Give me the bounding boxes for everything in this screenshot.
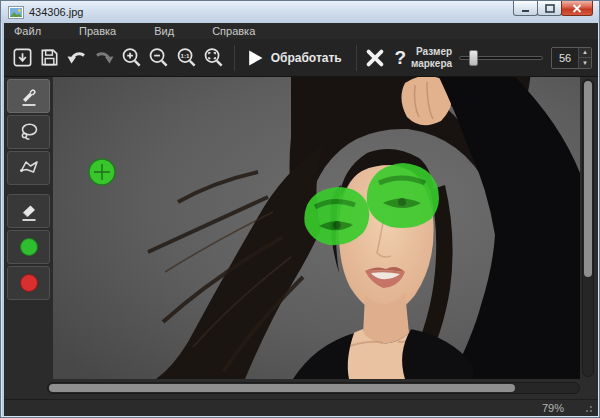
portrait-photo bbox=[53, 77, 580, 379]
marker-tool-button[interactable] bbox=[7, 79, 50, 113]
toolbar: 1:1 Обработать ? Размер bbox=[4, 39, 598, 77]
open-file-icon bbox=[11, 46, 34, 69]
zoom-out-icon bbox=[147, 46, 170, 69]
polygon-lasso-tool-button[interactable] bbox=[7, 151, 50, 185]
zoom-fit-icon bbox=[202, 46, 225, 69]
marker-size-input[interactable] bbox=[552, 48, 578, 68]
menu-help[interactable]: Справка bbox=[202, 25, 265, 37]
tool-sidebar bbox=[4, 77, 53, 399]
window-title: 434306.jpg bbox=[29, 6, 83, 18]
lasso-tool-button[interactable] bbox=[7, 115, 50, 149]
horizontal-scrollbar-thumb[interactable] bbox=[49, 384, 515, 392]
status-bar: 79% bbox=[4, 399, 598, 416]
marker-size-slider[interactable] bbox=[459, 50, 543, 66]
red-circle-icon bbox=[17, 271, 41, 295]
undo-icon bbox=[65, 46, 89, 70]
open-file-button[interactable] bbox=[10, 43, 35, 73]
zoom-actual-size-button[interactable]: 1:1 bbox=[173, 43, 198, 73]
toolbar-separator bbox=[356, 45, 357, 71]
redo-button[interactable] bbox=[92, 43, 117, 73]
zoom-in-icon bbox=[120, 46, 143, 69]
horizontal-scrollbar[interactable] bbox=[47, 382, 580, 394]
close-button[interactable] bbox=[561, 1, 593, 16]
spin-up-button[interactable]: ▲ bbox=[579, 48, 591, 59]
eraser-tool-button[interactable] bbox=[7, 194, 50, 228]
menu-edit[interactable]: Правка bbox=[69, 25, 126, 37]
menu-view[interactable]: Вид bbox=[144, 25, 184, 37]
green-color-button[interactable] bbox=[7, 230, 50, 264]
minimize-icon bbox=[521, 4, 531, 13]
zoom-in-button[interactable] bbox=[119, 43, 144, 73]
spin-down-button[interactable]: ▼ bbox=[579, 58, 591, 68]
title-bar: 434306.jpg bbox=[1, 1, 599, 23]
red-color-button[interactable] bbox=[7, 266, 50, 300]
green-annotation-dot bbox=[89, 159, 115, 185]
app-window: 434306.jpg Файл Правка Вид Справка bbox=[0, 0, 600, 418]
caption-buttons bbox=[514, 1, 593, 16]
slider-handle[interactable] bbox=[469, 50, 478, 66]
marker-size-spinbox: ▲ ▼ bbox=[551, 47, 592, 69]
save-button[interactable] bbox=[37, 43, 62, 73]
maximize-button[interactable] bbox=[537, 1, 562, 16]
minimize-button[interactable] bbox=[513, 1, 538, 16]
marker-size-label: Размер маркера bbox=[411, 46, 452, 69]
redo-icon bbox=[92, 46, 116, 70]
zoom-fit-button[interactable] bbox=[201, 43, 226, 73]
eraser-icon bbox=[17, 199, 41, 223]
marker-pen-icon bbox=[17, 84, 41, 108]
content-area bbox=[4, 77, 598, 399]
toolbar-separator bbox=[234, 45, 235, 71]
cancel-button[interactable] bbox=[363, 43, 388, 73]
process-button[interactable]: Обработать bbox=[241, 48, 350, 68]
resize-grip-icon[interactable] bbox=[583, 403, 593, 413]
save-icon bbox=[38, 46, 61, 69]
zoom-1-1-icon: 1:1 bbox=[175, 46, 198, 69]
green-annotation-right-eye bbox=[367, 163, 439, 228]
lasso-icon bbox=[17, 120, 41, 144]
green-circle-icon bbox=[17, 235, 41, 259]
close-icon bbox=[572, 4, 582, 13]
vertical-scrollbar[interactable] bbox=[582, 79, 594, 377]
maximize-icon bbox=[545, 4, 555, 13]
polygon-lasso-icon bbox=[17, 156, 41, 180]
zoom-out-button[interactable] bbox=[146, 43, 171, 73]
play-icon bbox=[245, 48, 265, 68]
image-canvas[interactable] bbox=[53, 77, 580, 379]
image-file-icon bbox=[8, 6, 24, 19]
marker-size-group: Размер маркера ▲ ▼ bbox=[411, 46, 592, 69]
undo-button[interactable] bbox=[64, 43, 89, 73]
svg-text:1:1: 1:1 bbox=[180, 52, 190, 59]
vertical-scrollbar-thumb[interactable] bbox=[584, 81, 592, 277]
spinner-arrows: ▲ ▼ bbox=[578, 48, 591, 68]
zoom-level: 79% bbox=[542, 402, 564, 414]
menu-bar: Файл Правка Вид Справка bbox=[4, 23, 598, 39]
process-button-label: Обработать bbox=[271, 51, 342, 65]
cancel-x-icon bbox=[364, 47, 386, 69]
menu-file[interactable]: Файл bbox=[4, 25, 51, 37]
help-button[interactable]: ? bbox=[390, 47, 411, 69]
